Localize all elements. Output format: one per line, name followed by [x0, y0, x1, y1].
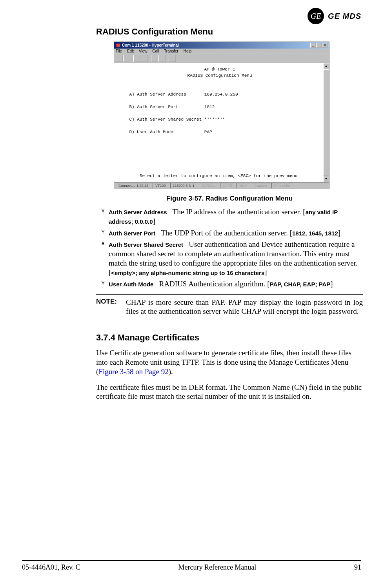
note-label: NOTE:: [96, 298, 126, 316]
footer-left: 05-4446A01, Rev. C: [22, 563, 80, 572]
terminal-menubar: File Edit View Call Transfer Help: [114, 49, 329, 54]
term-header2: RADIUS Configuration Menu: [187, 73, 252, 78]
bullet-mark: ¥: [102, 229, 104, 235]
terminal-app-icon: ☎: [116, 43, 120, 47]
terminal-toolbar: [114, 54, 329, 63]
bullet-desc: The IP address of the authentication ser…: [173, 208, 306, 216]
bullet-mark: ¥: [102, 208, 104, 214]
status-connected: Connected 1:22:44: [116, 183, 151, 188]
figure-caption: Figure 3-57. Radius Configuration Menu: [96, 195, 363, 203]
menu-edit[interactable]: Edit: [127, 49, 134, 53]
terminal-body[interactable]: AP @ Tower 1 RADIUS Configuration Menu-=…: [114, 63, 323, 182]
brand-text: GE MDS: [328, 12, 361, 21]
toolbar-button-4[interactable]: [141, 55, 148, 62]
menu-view[interactable]: View: [139, 49, 147, 53]
term-line-c: C) Auth Server Shared Secret ********: [119, 117, 225, 122]
note-block: NOTE: CHAP is more secure than PAP. PAP …: [96, 294, 363, 319]
toolbar-button-2[interactable]: [123, 55, 130, 62]
bullet-item: ¥ Auth Server Address The IP address of …: [102, 207, 363, 226]
bullet-param: 1812, 1645, 1812: [292, 230, 338, 237]
terminal-scrollbar[interactable]: ▲ ▼: [323, 63, 329, 182]
bullet-param: <empty>; any alpha-numeric string up to …: [111, 270, 264, 276]
ge-monogram-text: GE: [311, 12, 321, 21]
ge-monogram-icon: GE: [308, 8, 324, 24]
body-paragraph: Use Certificate generation software to g…: [96, 348, 363, 376]
toolbar-button-6[interactable]: [158, 55, 166, 62]
section-title: RADIUS Configuration Menu: [96, 27, 363, 37]
page-footer: 05-4446A01, Rev. C Mercury Reference Man…: [22, 560, 361, 572]
term-line-a: A) Auth Server Address 169.254.0.250: [119, 92, 238, 97]
toolbar-button-5[interactable]: [151, 55, 158, 62]
menu-help[interactable]: Help: [184, 49, 192, 53]
term-line-d: D) User Auth Mode PAP: [119, 130, 212, 134]
subsection-title: 3.7.4 Manage Certificates: [96, 333, 363, 343]
note-text: CHAP is more secure than PAP. PAP may di…: [126, 298, 363, 316]
term-line-b: B) Auth Server Port 1812: [119, 105, 215, 109]
bullet-mark: ¥: [102, 241, 104, 247]
status-printecho: Print echo: [271, 183, 293, 188]
status-capture: Capture: [252, 183, 270, 188]
status-caps: CAPS: [220, 183, 235, 188]
bullet-label: Auth Server Shared Secret: [109, 241, 183, 248]
para1-after: ).: [169, 367, 173, 376]
maximize-button[interactable]: □: [316, 43, 322, 48]
minimize-button[interactable]: _: [310, 43, 316, 48]
bullet-desc: RADIUS Authentication algorithm. [: [159, 280, 270, 288]
terminal-titlebar: ☎ Com 1 115200 - HyperTerminal _ □ ×: [114, 42, 329, 49]
menu-transfer[interactable]: Transfer: [164, 49, 178, 53]
bullet-param: PAP, CHAP, EAP; PAP: [270, 281, 331, 288]
bullet-item: ¥ Auth Server Port The UDP Port of the a…: [102, 228, 363, 238]
bullet-label: Auth Server Address: [109, 209, 167, 215]
brand-logo: GE GE MDS: [308, 8, 361, 24]
scroll-up-button[interactable]: ▲: [323, 63, 329, 69]
bullet-label: User Auth Mode: [109, 281, 153, 288]
body-paragraph: The certificate files must be in DER for…: [96, 383, 363, 402]
scroll-thumb[interactable]: [323, 69, 329, 176]
status-emulation: VT100: [153, 183, 169, 188]
bullet-item: ¥ User Auth Mode RADIUS Authentication a…: [102, 279, 363, 289]
bullet-item: ¥ Auth Server Shared Secret User authent…: [102, 240, 363, 277]
close-button[interactable]: ×: [322, 43, 328, 48]
footer-right: 91: [354, 563, 361, 572]
footer-center: Mercury Reference Manual: [178, 563, 256, 572]
cross-reference-link[interactable]: Figure 3-58 on Page 92: [98, 367, 168, 376]
term-header1: AP @ Tower 1: [204, 67, 235, 72]
terminal-statusbar: Connected 1:22:44 VT100 115200 8-N-1 SCR…: [114, 182, 329, 189]
bullet-mark: ¥: [102, 280, 104, 286]
toolbar-button-3[interactable]: [133, 55, 140, 62]
bullet-desc: The UDP Port of the authentication serve…: [161, 229, 292, 237]
menu-file[interactable]: File: [116, 49, 122, 53]
terminal-window: ☎ Com 1 115200 - HyperTerminal _ □ × Fil…: [114, 42, 329, 189]
bullet-after: ]: [338, 229, 340, 237]
menu-call[interactable]: Call: [152, 49, 159, 53]
bullet-label: Auth Server Port: [109, 230, 155, 237]
bullet-after: ]: [153, 217, 155, 225]
bullet-list: ¥ Auth Server Address The IP address of …: [102, 207, 363, 289]
terminal-title: Com 1 115200 - HyperTerminal: [122, 43, 179, 47]
toolbar-button-1[interactable]: [116, 55, 123, 62]
status-num: NUM: [237, 183, 250, 188]
term-rule: -=======================================…: [119, 80, 313, 84]
scroll-down-button[interactable]: ▼: [323, 176, 329, 182]
status-scroll: SCROLL: [199, 183, 218, 188]
toolbar-button-7[interactable]: [169, 55, 176, 62]
bullet-param-close: ]: [264, 268, 267, 277]
status-settings: 115200 8-N-1: [170, 183, 197, 188]
page-content: RADIUS Configuration Menu ☎ Com 1 115200…: [96, 27, 363, 407]
bullet-after: ]: [330, 280, 333, 288]
term-prompt: Select a letter to configure an item, <E…: [119, 174, 297, 178]
